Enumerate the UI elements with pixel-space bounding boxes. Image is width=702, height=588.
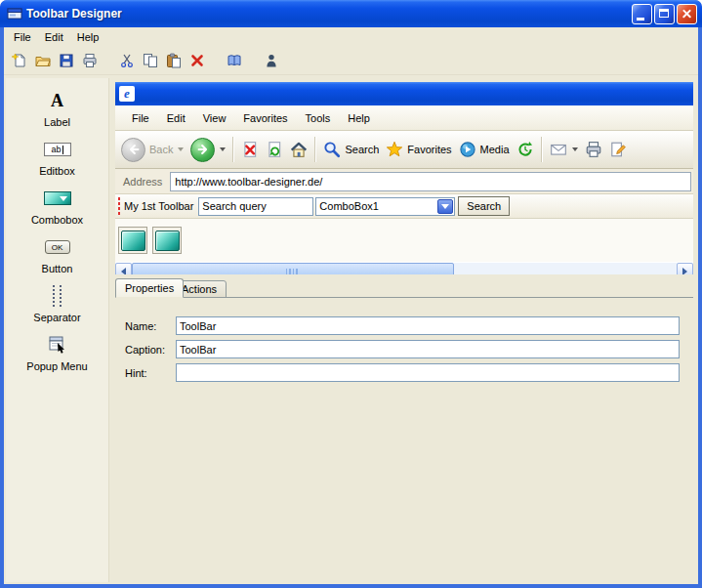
save-button[interactable] [55, 49, 78, 72]
new-icon [12, 53, 27, 68]
preview-title-bar: e [115, 82, 693, 105]
window-title: Toolbar Designer [26, 7, 630, 21]
caption-field-label: Caption: [125, 344, 165, 356]
title-bar[interactable]: Toolbar Designer [0, 0, 702, 27]
caption-field[interactable] [176, 340, 680, 358]
custom-search-button[interactable]: Search [458, 196, 510, 216]
design-surface [115, 219, 693, 262]
palette-item-text: Label [44, 116, 70, 128]
print-nav-icon [585, 141, 602, 158]
print-icon [82, 53, 98, 68]
name-field[interactable] [176, 316, 680, 335]
preview-menu-help[interactable]: Help [339, 112, 379, 124]
preview-nav-bar: Back Search Favorites [115, 131, 693, 169]
copy-icon [143, 53, 158, 68]
cut-button[interactable] [115, 49, 139, 72]
stop-button[interactable] [241, 141, 259, 158]
preview-menu-file[interactable]: File [123, 112, 158, 124]
menu-edit[interactable]: Edit [38, 29, 70, 45]
combobox-dropdown-button[interactable] [437, 199, 453, 214]
label-icon-letter: A [51, 91, 63, 111]
button-icon-text: OK [45, 240, 70, 254]
delete-icon [189, 53, 205, 68]
search-nav-button[interactable]: Search [323, 141, 379, 158]
component-palette: A Label ab Editbox Combobox OK Button Se… [6, 78, 109, 582]
mail-icon [550, 141, 567, 158]
search-label: Search [345, 144, 379, 155]
palette-item-editbox[interactable]: ab Editbox [6, 137, 108, 186]
mail-button[interactable] [550, 141, 578, 158]
hint-field[interactable] [176, 363, 680, 382]
toolbar-button-widget-1[interactable] [118, 227, 147, 254]
custom-combobox[interactable]: ComboBox1 [315, 197, 455, 216]
preview-menu-view[interactable]: View [194, 112, 235, 124]
copy-button[interactable] [139, 49, 162, 72]
palette-item-label[interactable]: A Label [6, 88, 108, 137]
palette-item-text: Separator [33, 312, 80, 323]
delete-button[interactable] [186, 49, 209, 72]
custom-editbox[interactable] [198, 197, 313, 216]
menu-help[interactable]: Help [70, 29, 106, 45]
editbox-icon-caret [62, 146, 63, 154]
ie-icon: e [119, 86, 135, 102]
app-toolbar [4, 47, 698, 75]
print-button[interactable] [78, 49, 102, 72]
new-button[interactable] [8, 49, 31, 72]
scrollbar-thumb[interactable] [132, 263, 454, 274]
minimize-button[interactable] [632, 4, 652, 24]
close-button[interactable] [677, 4, 697, 24]
palette-item-popup-menu[interactable]: Popup Menu [6, 332, 108, 381]
palette-item-combobox[interactable]: Combobox [6, 186, 108, 234]
toolbar-button-widget-2[interactable] [152, 227, 182, 254]
scroll-left-button[interactable] [115, 263, 132, 274]
favorites-star-icon [386, 141, 403, 158]
home-button[interactable] [290, 141, 308, 158]
custom-toolbar-label[interactable]: My 1st Toolbar [124, 200, 193, 212]
refresh-button[interactable] [266, 141, 283, 158]
combobox-value: ComboBox1 [316, 200, 436, 212]
scroll-right-button[interactable] [677, 263, 693, 274]
preview-menu-edit[interactable]: Edit [158, 112, 194, 124]
history-button[interactable] [516, 141, 534, 158]
print-nav-button[interactable] [585, 141, 602, 158]
separator-icon [53, 283, 62, 309]
preview-menu-favorites[interactable]: Favorites [234, 112, 296, 124]
preview-menu-tools[interactable]: Tools [297, 112, 340, 124]
palette-item-text: Button [42, 263, 73, 274]
palette-item-button[interactable]: OK Button [6, 234, 108, 283]
nav-separator [541, 137, 543, 162]
open-folder-icon [35, 53, 51, 68]
edit-button[interactable] [609, 141, 627, 158]
media-label: Media [480, 144, 510, 155]
back-label: Back [149, 144, 173, 155]
maximize-button[interactable] [654, 4, 675, 24]
scrollbar-track[interactable] [454, 263, 677, 274]
back-icon [121, 138, 145, 162]
about-button[interactable] [260, 49, 283, 72]
palette-item-text: Popup Menu [26, 360, 87, 372]
forward-button[interactable] [190, 138, 226, 162]
back-button: Back [121, 138, 184, 162]
back-dropdown-icon [178, 147, 184, 151]
media-button[interactable]: Media [459, 141, 510, 158]
menu-file[interactable]: File [7, 29, 38, 45]
open-button[interactable] [31, 49, 55, 72]
paste-icon [166, 53, 182, 68]
tab-properties[interactable]: Properties [115, 278, 184, 298]
help-button[interactable] [223, 49, 246, 72]
nav-separator [314, 137, 316, 162]
favorites-button[interactable]: Favorites [386, 141, 451, 158]
combobox-icon [44, 186, 71, 211]
editbox-icon: ab [44, 137, 71, 162]
nav-separator [232, 137, 234, 162]
window-body: File Edit Help A Label [4, 27, 698, 584]
cut-icon [119, 53, 135, 68]
toolbar-drag-indicator[interactable] [118, 197, 120, 215]
address-input[interactable] [170, 172, 691, 191]
preview-address-bar: Address [115, 169, 693, 194]
palette-item-separator[interactable]: Separator [6, 283, 108, 332]
paste-button[interactable] [162, 49, 186, 72]
menu-bar: File Edit Help [4, 27, 698, 47]
favorites-label: Favorites [407, 144, 451, 155]
forward-icon [190, 138, 215, 162]
